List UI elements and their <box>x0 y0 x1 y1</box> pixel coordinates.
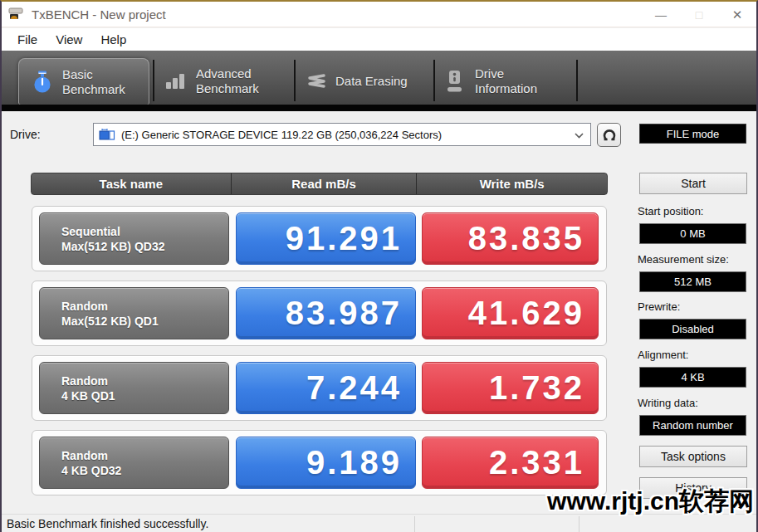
eraser-icon <box>304 73 325 90</box>
write-value: 1.732 <box>422 362 599 414</box>
tab-basic-benchmark[interactable]: Basic Benchmark <box>18 58 149 105</box>
app-icon <box>8 7 25 21</box>
read-value: 91.291 <box>236 212 416 265</box>
drive-icon <box>99 129 115 141</box>
bar-chart-icon <box>164 72 186 90</box>
tab-separator <box>433 60 435 101</box>
task-name-line: Max(512 KB) QD1 <box>61 314 228 329</box>
drive-label: Drive: <box>10 128 41 141</box>
stopwatch-icon <box>32 71 52 94</box>
table-row: Sequential Max(512 KB) QD32 91.291 83.83… <box>32 206 607 271</box>
status-divider <box>414 516 415 532</box>
task-button-random-4kb-qd1[interactable]: Random 4 KB QD1 <box>39 362 229 414</box>
start-button[interactable]: Start <box>639 173 747 194</box>
menu-file[interactable]: File <box>10 30 45 49</box>
writing-data-value[interactable]: Random number <box>639 415 746 436</box>
column-header-task-name: Task name <box>32 173 231 194</box>
measurement-size-label: Measurement size: <box>638 253 729 266</box>
file-mode-badge: FILE mode <box>639 124 746 144</box>
tab-label: Information <box>475 81 537 96</box>
tab-label: Basic <box>62 67 125 82</box>
task-button-random-4kb-qd32[interactable]: Random 4 KB QD32 <box>39 437 229 489</box>
task-button-random-qd1[interactable]: Random Max(512 KB) QD1 <box>39 287 229 339</box>
tab-label: Advanced <box>196 66 259 81</box>
task-name-line: 4 KB QD1 <box>61 388 228 403</box>
tab-advanced-benchmark[interactable]: Advanced Benchmark <box>164 64 289 99</box>
minimize-button[interactable]: — <box>642 2 680 27</box>
refresh-drives-button[interactable] <box>597 123 621 147</box>
task-name-line: Random <box>61 448 228 463</box>
status-bar: Basic Benchmark finished successfully. <box>2 514 756 532</box>
menu-view[interactable]: View <box>48 30 90 49</box>
tab-label: Drive <box>475 66 537 81</box>
usb-drive-icon <box>445 71 465 93</box>
history-button[interactable]: History <box>639 477 747 499</box>
tab-separator <box>576 60 578 101</box>
tab-separator <box>294 60 296 101</box>
write-value: 2.331 <box>422 437 599 489</box>
task-name-line: Random <box>61 373 228 388</box>
chevron-down-icon <box>575 133 584 139</box>
drive-select[interactable]: (E:) Generic STORAGE DEVICE 119.22 GB (2… <box>93 123 591 146</box>
column-header-write: Write mB/s <box>417 173 607 194</box>
read-value: 7.244 <box>236 362 416 414</box>
alignment-value[interactable]: 4 KB <box>639 367 746 388</box>
writing-data-label: Writing data: <box>638 397 698 409</box>
tab-separator <box>153 60 154 101</box>
prewrite-label: Prewrite: <box>638 300 680 313</box>
table-row: Random 4 KB QD32 9.189 2.331 <box>32 430 607 495</box>
task-name-line: Sequential <box>61 224 228 239</box>
window-title: TxBENCH - New project <box>32 7 166 22</box>
task-name-line: Random <box>61 299 228 314</box>
read-value: 83.987 <box>236 287 416 339</box>
write-value: 41.629 <box>422 287 599 339</box>
task-name-line: 4 KB QD32 <box>61 463 228 478</box>
write-value: 83.835 <box>422 212 599 265</box>
tab-bar: Basic Benchmark Advanced Benchmark Data … <box>2 51 756 111</box>
start-position-value[interactable]: 0 MB <box>639 223 746 244</box>
title-bar: TxBENCH - New project — □ ✕ <box>2 2 756 27</box>
measurement-size-value[interactable]: 512 MB <box>639 271 746 292</box>
refresh-icon <box>602 128 617 143</box>
close-button[interactable]: ✕ <box>718 2 756 27</box>
menu-help[interactable]: Help <box>93 30 134 49</box>
tab-label: Benchmark <box>62 82 125 97</box>
status-message: Basic Benchmark finished successfully. <box>7 517 208 530</box>
table-row: Random Max(512 KB) QD1 83.987 41.629 <box>32 281 607 346</box>
tab-bar-bottom-strip <box>2 105 756 111</box>
tab-drive-information[interactable]: Drive Information <box>445 64 574 99</box>
drive-selected-value: (E:) Generic STORAGE DEVICE 119.22 GB (2… <box>121 129 442 141</box>
task-options-button[interactable]: Task options <box>639 446 747 467</box>
table-header: Task name Read mB/s Write mB/s <box>31 173 608 195</box>
menu-bar: File View Help <box>2 28 756 51</box>
maximize-button[interactable]: □ <box>680 2 718 27</box>
alignment-label: Alignment: <box>638 349 688 361</box>
tab-label: Data Erasing <box>335 74 408 89</box>
read-value: 9.189 <box>236 437 416 489</box>
start-position-label: Start position: <box>638 205 704 217</box>
column-header-read: Read mB/s <box>231 173 418 194</box>
tab-data-erasing[interactable]: Data Erasing <box>304 64 428 99</box>
app-window: TxBENCH - New project — □ ✕ File View He… <box>0 0 758 532</box>
table-row: Random 4 KB QD1 7.244 1.732 <box>32 355 607 421</box>
tab-label: Benchmark <box>196 81 259 96</box>
task-button-sequential-qd32[interactable]: Sequential Max(512 KB) QD32 <box>39 212 229 265</box>
status-divider <box>579 516 580 532</box>
prewrite-value[interactable]: Disabled <box>639 319 746 339</box>
task-name-line: Max(512 KB) QD32 <box>61 239 228 254</box>
